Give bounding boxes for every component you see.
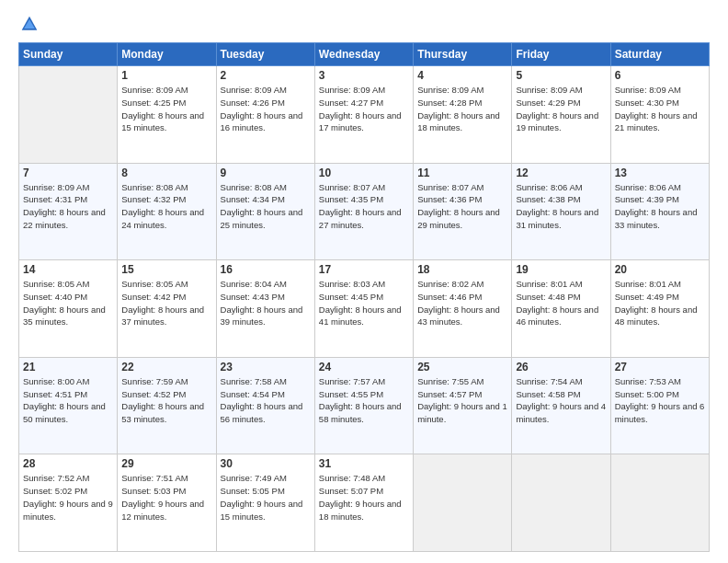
day-info: Sunrise: 8:05 AMSunset: 4:42 PMDaylight:… [121, 278, 211, 328]
day-number: 1 [121, 69, 211, 82]
day-info: Sunrise: 8:01 AMSunset: 4:48 PMDaylight:… [516, 278, 606, 328]
calendar-cell: 29Sunrise: 7:51 AMSunset: 5:03 PMDayligh… [118, 454, 216, 552]
calendar-cell: 19Sunrise: 8:01 AMSunset: 4:48 PMDayligh… [512, 260, 610, 358]
calendar-cell [610, 454, 709, 552]
day-info: Sunrise: 8:07 AMSunset: 4:36 PMDaylight:… [417, 181, 507, 232]
day-info: Sunrise: 7:49 AMSunset: 5:05 PMDaylight:… [221, 472, 311, 523]
day-info: Sunrise: 8:01 AMSunset: 4:49 PMDaylight:… [615, 278, 705, 328]
day-info: Sunrise: 7:54 AMSunset: 4:58 PMDaylight:… [516, 375, 606, 426]
day-info: Sunrise: 7:55 AMSunset: 4:57 PMDaylight:… [417, 375, 507, 426]
calendar-cell: 11Sunrise: 8:07 AMSunset: 4:36 PMDayligh… [414, 163, 512, 260]
calendar-cell: 23Sunrise: 7:58 AMSunset: 4:54 PMDayligh… [216, 357, 314, 454]
day-info: Sunrise: 8:03 AMSunset: 4:45 PMDaylight:… [319, 278, 409, 328]
day-number: 30 [221, 457, 311, 470]
calendar-cell [19, 66, 118, 164]
calendar-cell: 20Sunrise: 8:01 AMSunset: 4:49 PMDayligh… [610, 260, 709, 358]
weekday-header-monday: Monday [118, 43, 216, 66]
day-number: 28 [23, 457, 113, 470]
day-info: Sunrise: 8:09 AMSunset: 4:25 PMDaylight:… [121, 84, 211, 134]
weekday-header-saturday: Saturday [610, 43, 709, 66]
day-number: 24 [319, 361, 409, 373]
day-info: Sunrise: 8:05 AMSunset: 4:40 PMDaylight:… [23, 278, 113, 328]
day-number: 20 [615, 263, 705, 276]
calendar-cell: 27Sunrise: 7:53 AMSunset: 5:00 PMDayligh… [610, 357, 709, 454]
weekday-header-sunday: Sunday [19, 43, 118, 66]
weekday-header-wednesday: Wednesday [314, 43, 413, 66]
calendar-cell: 15Sunrise: 8:05 AMSunset: 4:42 PMDayligh… [118, 260, 216, 358]
day-number: 2 [221, 69, 311, 82]
day-number: 14 [23, 263, 113, 276]
calendar-cell: 3Sunrise: 8:09 AMSunset: 4:27 PMDaylight… [314, 66, 413, 164]
calendar-cell: 31Sunrise: 7:48 AMSunset: 5:07 PMDayligh… [314, 454, 413, 552]
calendar-cell: 12Sunrise: 8:06 AMSunset: 4:38 PMDayligh… [512, 163, 610, 260]
day-info: Sunrise: 8:09 AMSunset: 4:31 PMDaylight:… [23, 181, 113, 232]
calendar-cell: 7Sunrise: 8:09 AMSunset: 4:31 PMDaylight… [19, 163, 118, 260]
day-number: 16 [221, 263, 311, 276]
day-info: Sunrise: 8:09 AMSunset: 4:29 PMDaylight:… [516, 84, 606, 134]
calendar-cell: 2Sunrise: 8:09 AMSunset: 4:26 PMDaylight… [216, 66, 314, 164]
day-number: 21 [23, 361, 113, 373]
day-number: 31 [319, 457, 409, 470]
day-number: 15 [121, 263, 211, 276]
day-info: Sunrise: 8:08 AMSunset: 4:32 PMDaylight:… [121, 181, 211, 232]
calendar-week-row: 7Sunrise: 8:09 AMSunset: 4:31 PMDaylight… [19, 163, 710, 260]
logo [18, 15, 39, 33]
day-number: 7 [23, 167, 113, 179]
day-info: Sunrise: 8:04 AMSunset: 4:43 PMDaylight:… [221, 278, 311, 328]
weekday-header-friday: Friday [512, 43, 610, 66]
weekday-header-row: SundayMondayTuesdayWednesdayThursdayFrid… [19, 43, 710, 66]
calendar-cell: 13Sunrise: 8:06 AMSunset: 4:39 PMDayligh… [610, 163, 709, 260]
day-info: Sunrise: 8:09 AMSunset: 4:27 PMDaylight:… [319, 84, 409, 134]
day-info: Sunrise: 7:53 AMSunset: 5:00 PMDaylight:… [615, 375, 705, 426]
day-info: Sunrise: 7:59 AMSunset: 4:52 PMDaylight:… [121, 375, 211, 426]
day-number: 8 [121, 167, 211, 179]
day-info: Sunrise: 8:08 AMSunset: 4:34 PMDaylight:… [221, 181, 311, 232]
calendar-cell: 28Sunrise: 7:52 AMSunset: 5:02 PMDayligh… [19, 454, 118, 552]
day-info: Sunrise: 7:52 AMSunset: 5:02 PMDaylight:… [23, 472, 113, 523]
calendar-cell: 1Sunrise: 8:09 AMSunset: 4:25 PMDaylight… [118, 66, 216, 164]
calendar-cell: 24Sunrise: 7:57 AMSunset: 4:55 PMDayligh… [314, 357, 413, 454]
day-info: Sunrise: 8:09 AMSunset: 4:26 PMDaylight:… [221, 84, 311, 134]
calendar-week-row: 21Sunrise: 8:00 AMSunset: 4:51 PMDayligh… [19, 357, 710, 454]
calendar-table: SundayMondayTuesdayWednesdayThursdayFrid… [18, 42, 710, 552]
calendar-cell: 21Sunrise: 8:00 AMSunset: 4:51 PMDayligh… [19, 357, 118, 454]
day-number: 9 [221, 167, 311, 179]
calendar-cell: 14Sunrise: 8:05 AMSunset: 4:40 PMDayligh… [19, 260, 118, 358]
calendar-cell: 5Sunrise: 8:09 AMSunset: 4:29 PMDaylight… [512, 66, 610, 164]
day-number: 22 [121, 361, 211, 373]
day-number: 5 [516, 69, 606, 82]
calendar-week-row: 14Sunrise: 8:05 AMSunset: 4:40 PMDayligh… [19, 260, 710, 358]
day-info: Sunrise: 7:57 AMSunset: 4:55 PMDaylight:… [319, 375, 409, 426]
day-info: Sunrise: 7:58 AMSunset: 4:54 PMDaylight:… [221, 375, 311, 426]
calendar-cell: 22Sunrise: 7:59 AMSunset: 4:52 PMDayligh… [118, 357, 216, 454]
calendar-cell [414, 454, 512, 552]
calendar-cell: 26Sunrise: 7:54 AMSunset: 4:58 PMDayligh… [512, 357, 610, 454]
logo-icon [20, 15, 39, 33]
header [18, 15, 710, 33]
weekday-header-tuesday: Tuesday [216, 43, 314, 66]
day-number: 19 [516, 263, 606, 276]
day-info: Sunrise: 7:48 AMSunset: 5:07 PMDaylight:… [319, 472, 409, 523]
weekday-header-thursday: Thursday [414, 43, 512, 66]
calendar-week-row: 28Sunrise: 7:52 AMSunset: 5:02 PMDayligh… [19, 454, 710, 552]
calendar-cell [512, 454, 610, 552]
page: SundayMondayTuesdayWednesdayThursdayFrid… [0, 0, 728, 563]
calendar-cell: 10Sunrise: 8:07 AMSunset: 4:35 PMDayligh… [314, 163, 413, 260]
day-number: 17 [319, 263, 409, 276]
day-number: 11 [417, 167, 507, 179]
day-info: Sunrise: 8:09 AMSunset: 4:30 PMDaylight:… [615, 84, 705, 134]
day-info: Sunrise: 8:06 AMSunset: 4:38 PMDaylight:… [516, 181, 606, 232]
day-number: 18 [417, 263, 507, 276]
calendar-cell: 6Sunrise: 8:09 AMSunset: 4:30 PMDaylight… [610, 66, 709, 164]
calendar-cell: 4Sunrise: 8:09 AMSunset: 4:28 PMDaylight… [414, 66, 512, 164]
day-number: 4 [417, 69, 507, 82]
calendar-week-row: 1Sunrise: 8:09 AMSunset: 4:25 PMDaylight… [19, 66, 710, 164]
calendar-cell: 25Sunrise: 7:55 AMSunset: 4:57 PMDayligh… [414, 357, 512, 454]
calendar-cell: 17Sunrise: 8:03 AMSunset: 4:45 PMDayligh… [314, 260, 413, 358]
day-info: Sunrise: 8:00 AMSunset: 4:51 PMDaylight:… [23, 375, 113, 426]
day-info: Sunrise: 7:51 AMSunset: 5:03 PMDaylight:… [121, 472, 211, 523]
day-number: 25 [417, 361, 507, 373]
day-info: Sunrise: 8:06 AMSunset: 4:39 PMDaylight:… [615, 181, 705, 232]
day-number: 29 [121, 457, 211, 470]
calendar-cell: 30Sunrise: 7:49 AMSunset: 5:05 PMDayligh… [216, 454, 314, 552]
